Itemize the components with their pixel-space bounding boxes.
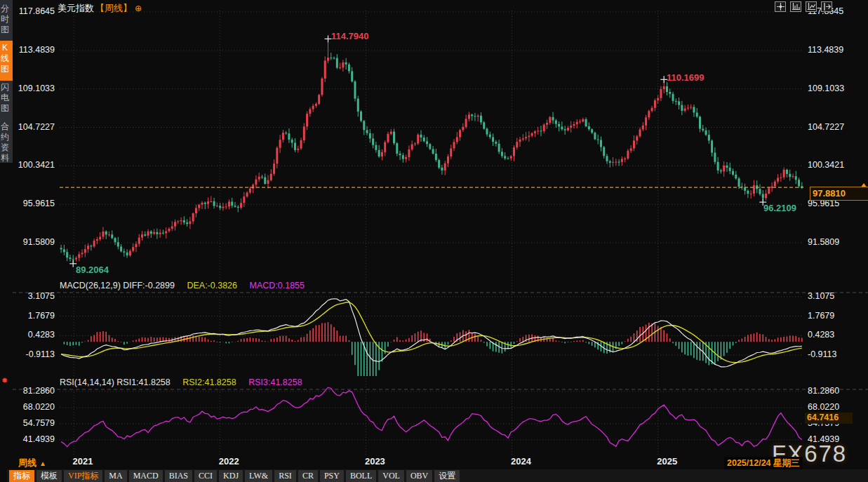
rsi-panel-header: RSI(14,14,14) RSI1:41.8258 RSI2:41.8258 …	[60, 377, 302, 387]
toolbar-button-VOL[interactable]: VOL	[378, 470, 404, 482]
price-axis-tick-right: 109.1033	[808, 83, 844, 93]
annotation-high-2025: 110.1699	[667, 72, 705, 83]
macd-axis-tick-right: 1.7679	[808, 311, 834, 321]
rsi-axis-tick-left: 54.7579	[10, 418, 55, 428]
price-axis-tick-left: 109.1033	[10, 83, 55, 93]
chart-toolbuttons	[775, 1, 832, 12]
macd-axis-tick-left: -0.9113	[10, 349, 55, 359]
xaxis-year-label: 2024	[500, 456, 542, 467]
annotation-low-2025: 96.2109	[763, 203, 796, 213]
price-axis-tick-left: 91.5809	[10, 237, 55, 247]
rsi2-value: RSI2:41.8258	[182, 377, 236, 387]
price-axis-tick-left: 95.9615	[10, 199, 55, 208]
price-axis-tick-left: 117.8645	[10, 6, 55, 16]
rsi-axis-tick-right: 68.0220	[808, 402, 839, 412]
price-axis-tick-right: 91.5809	[808, 237, 839, 247]
add-compare-icon[interactable]: ⊕	[135, 4, 142, 13]
trend-scale-icon[interactable]	[806, 1, 817, 12]
toolbar-button-OBV[interactable]: OBV	[406, 470, 432, 482]
toolbar-button-模板[interactable]: 模板	[36, 470, 62, 482]
rsi3-value: RSI3:41.8258	[248, 377, 302, 387]
rsi-axis-marker: 64.7416	[805, 413, 853, 424]
macd-axis-tick-right: -0.9113	[808, 349, 836, 359]
symbol-name: 美元指数	[58, 3, 94, 13]
macd-panel-header: MACD(26,12,9) DIFF:-0.2899 DEA:-0.3826 M…	[60, 281, 305, 290]
xaxis-year-label: 2025	[646, 456, 688, 467]
macd-macd-value: MACD:0.1855	[250, 281, 305, 290]
left-sidebar: 分时图K线图闪电图合约资料 ✹	[0, 0, 13, 455]
macd-dea-value: DEA:-0.3826	[187, 281, 237, 290]
sidebar-tab-1[interactable]: 分时图	[0, 1, 13, 41]
sidebar-tab-4[interactable]: 合约资料	[0, 119, 13, 170]
pane-expand-icon[interactable]	[821, 1, 832, 12]
toolbar-button-BOLL[interactable]: BOLL	[346, 470, 376, 482]
period-selector[interactable]: 周线▲	[18, 457, 46, 469]
sidebar-tab-2[interactable]: K线图	[0, 41, 13, 81]
price-axis-tick-right: 113.4839	[808, 45, 843, 55]
annotation-high-2022: 114.7940	[331, 31, 369, 41]
toolbar-button-RSI[interactable]: RSI	[274, 470, 296, 482]
toolbar-button-PSY[interactable]: PSY	[320, 470, 344, 482]
macd-axis-tick-right: 0.4283	[808, 330, 834, 340]
toolbar-button-指标[interactable]: 指标	[9, 470, 34, 482]
toolbar-button-KDJ[interactable]: KDJ	[219, 470, 243, 482]
chart-canvas[interactable]	[0, 0, 868, 456]
toolbar-button-BIAS[interactable]: BIAS	[165, 470, 192, 482]
indicator-toolbar: 指标模板VIP指标MAMACDBIASCCIKDJLW&RSICRPSYBOLL…	[7, 469, 868, 482]
macd-diff-value: MACD(26,12,9) DIFF:-0.2899	[60, 281, 175, 290]
toolbar-button-设置[interactable]: 设置	[434, 470, 460, 482]
period-tag: 【周线】	[95, 3, 132, 13]
sidebar-tab-3[interactable]: 闪电图	[0, 80, 13, 120]
toolbar-button-MACD[interactable]: MACD	[129, 470, 163, 482]
chart-title: 美元指数【周线】⊕	[58, 2, 142, 15]
macd-axis-tick-left: 0.4283	[10, 330, 55, 340]
price-axis-tick-left: 100.3421	[10, 160, 55, 170]
period-arrow-icon: ▲	[39, 460, 46, 467]
live-indicator-icon[interactable]: ✹	[1, 376, 8, 385]
price-axis-tick-right: 100.3421	[808, 160, 844, 170]
macd-axis-tick-left: 3.1075	[10, 291, 55, 301]
toolbar-button-MA[interactable]: MA	[105, 470, 126, 482]
crosshair-icon[interactable]	[775, 1, 786, 12]
xaxis-year-label: 2023	[354, 456, 396, 467]
price-axis-tick-right: 104.7227	[808, 122, 844, 132]
toolbar-button-CCI[interactable]: CCI	[194, 470, 217, 482]
price-axis-tick-left: 113.4839	[10, 45, 55, 55]
rsi-axis-tick-left: 41.4939	[10, 434, 55, 444]
chart-app: 分时图K线图闪电图合约资料 ✹ 美元指数【周线】⊕ 117.8645117.86…	[0, 0, 868, 482]
period-selector-label: 周线	[18, 457, 36, 468]
macd-axis-tick-left: 1.7679	[10, 311, 55, 321]
toolbar-button-LW&[interactable]: LW&	[245, 470, 272, 482]
macd-axis-tick-right: 3.1075	[808, 291, 834, 301]
price-axis-tick-left: 104.7227	[10, 122, 55, 132]
toolbar-button-CR[interactable]: CR	[298, 470, 318, 482]
toolbar-button-VIP指标[interactable]: VIP指标	[64, 470, 102, 482]
rsi-axis-tick-left: 81.2860	[10, 386, 55, 396]
current-price-label: 97.8810	[810, 187, 868, 201]
xaxis-year-label: 2022	[208, 456, 250, 467]
rsi-axis-tick-right: 81.2860	[808, 386, 839, 396]
rsi1-value: RSI(14,14,14) RSI1:41.8258	[60, 377, 171, 387]
annotation-low-2021: 89.2064	[76, 265, 109, 275]
xaxis-year-label: 2021	[62, 456, 104, 467]
cursor-date-label: 2025/12/24 星期三	[724, 457, 803, 470]
axis-scale-icon[interactable]	[790, 1, 801, 12]
rsi-axis-tick-left: 68.0220	[10, 402, 55, 412]
